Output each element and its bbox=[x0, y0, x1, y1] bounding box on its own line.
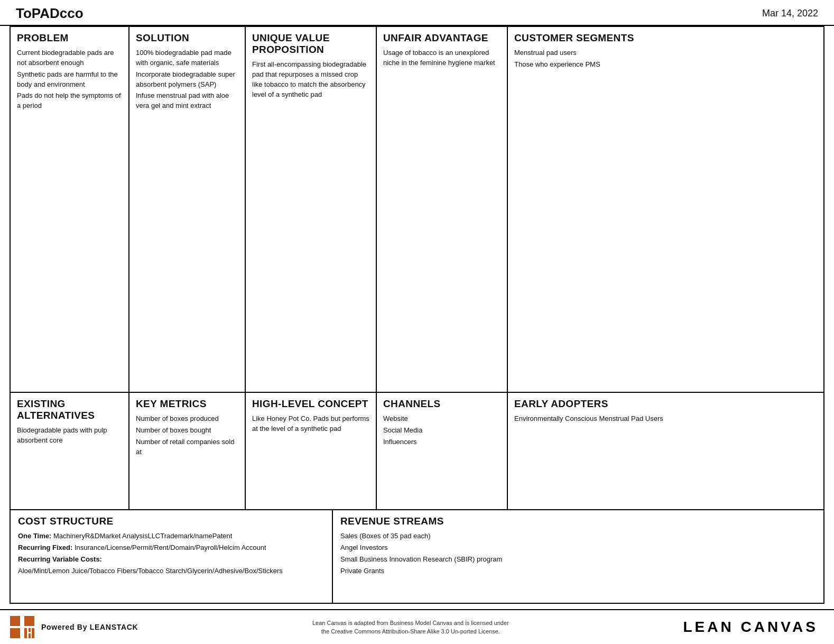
page: ToPADcco Mar 14, 2022 PROBLEM Current bi… bbox=[0, 0, 834, 644]
early-title: EARLY ADOPTERS bbox=[514, 398, 817, 410]
problem-item-3: Pads do not help the symptoms of a perio… bbox=[17, 91, 122, 111]
highlevel-text: Like Honey Pot Co. Pads but performs at … bbox=[252, 414, 369, 434]
cell-solution: SOLUTION 100% biodegradable pad made wit… bbox=[129, 27, 245, 393]
svg-rect-1 bbox=[24, 616, 34, 626]
svg-rect-4 bbox=[29, 628, 31, 632]
problem-text: Current biodegradable pads are not absor… bbox=[17, 48, 122, 111]
existing-title: EXISTING ALTERNATIVES bbox=[17, 398, 122, 421]
cell-unfair: UNFAIR ADVANTAGE Usage of tobacco is an … bbox=[377, 27, 507, 393]
svg-rect-0 bbox=[10, 616, 20, 626]
cell-existing: EXISTING ALTERNATIVES Biodegradable pads… bbox=[11, 393, 128, 509]
cost-recurring-fixed: Recurring Fixed: Insurance/License/Permi… bbox=[18, 543, 325, 553]
problem-title: PROBLEM bbox=[17, 32, 122, 44]
footer-brand: LEAN CANVAS bbox=[683, 619, 818, 636]
col-unfair: UNFAIR ADVANTAGE Usage of tobacco is an … bbox=[377, 27, 508, 509]
existing-text: Biodegradable pads with pulp absorbent c… bbox=[17, 426, 122, 446]
bottom-grid: COST STRUCTURE One Time: MachineryR&DMar… bbox=[11, 510, 823, 603]
col-solution: SOLUTION 100% biodegradable pad made wit… bbox=[129, 27, 246, 509]
cost-title: COST STRUCTURE bbox=[18, 516, 325, 527]
canvas-area: PROBLEM Current biodegradable pads are n… bbox=[10, 26, 824, 604]
footer-license-text: Lean Canvas is adapted from Business Mod… bbox=[312, 620, 509, 635]
revenue-item-2: Angel Investors bbox=[340, 543, 816, 553]
footer: Powered By LEANSTACK Lean Canvas is adap… bbox=[0, 609, 834, 644]
key-metrics-item-1: Number of boxes produced bbox=[136, 414, 238, 424]
svg-rect-3 bbox=[24, 628, 27, 638]
cell-revenue: REVENUE STREAMS Sales (Boxes of 35 pad e… bbox=[333, 510, 823, 603]
solution-title: SOLUTION bbox=[136, 32, 238, 44]
channels-item-2: Social Media bbox=[383, 426, 501, 436]
early-text: Environmentally Conscious Menstrual Pad … bbox=[514, 414, 817, 424]
footer-powered-by: Powered By LEANSTACK bbox=[41, 623, 138, 631]
cost-one-time-value: MachineryR&DMarket AnalysisLLCTrademark/… bbox=[53, 532, 232, 540]
problem-item-2: Synthetic pads are harmful to the body a… bbox=[17, 70, 122, 90]
solution-item-2: Incorporate biodegradable super absorben… bbox=[136, 70, 238, 90]
uvp-title: UNIQUE VALUE PROPOSITION bbox=[252, 32, 369, 56]
revenue-title: REVENUE STREAMS bbox=[340, 516, 816, 527]
cost-text: One Time: MachineryR&DMarket AnalysisLLC… bbox=[18, 531, 325, 576]
unfair-text: Usage of tobacco is an unexplored niche … bbox=[383, 48, 501, 68]
svg-rect-6 bbox=[32, 628, 34, 638]
cell-customer: CUSTOMER SEGMENTS Menstrual pad users Th… bbox=[508, 27, 823, 393]
cell-early: EARLY ADOPTERS Environmentally Conscious… bbox=[508, 393, 823, 509]
app-title: ToPADcco bbox=[16, 5, 84, 22]
cost-recurring-fixed-value: Insurance/License/Permit/Rent/Domain/Pay… bbox=[75, 544, 266, 551]
cell-uvp: UNIQUE VALUE PROPOSITION First all-encom… bbox=[246, 27, 376, 393]
footer-license: Lean Canvas is adapted from Business Mod… bbox=[312, 619, 509, 636]
cost-one-time: One Time: MachineryR&DMarket AnalysisLLC… bbox=[18, 531, 325, 541]
col-right: CUSTOMER SEGMENTS Menstrual pad users Th… bbox=[508, 27, 823, 509]
channels-item-3: Influencers bbox=[383, 437, 501, 447]
key-metrics-title: KEY METRICS bbox=[136, 398, 238, 410]
svg-rect-5 bbox=[29, 633, 31, 638]
key-metrics-text: Number of boxes produced Number of boxes… bbox=[136, 414, 238, 457]
early-item-1: Environmentally Conscious Menstrual Pad … bbox=[514, 414, 817, 424]
customer-item-2: Those who experience PMS bbox=[514, 60, 817, 70]
revenue-text: Sales (Boxes of 35 pad each) Angel Inves… bbox=[340, 531, 816, 576]
col-center: UNIQUE VALUE PROPOSITION First all-encom… bbox=[246, 27, 377, 509]
revenue-item-4: Private Grants bbox=[340, 566, 816, 576]
highlevel-title: HIGH-LEVEL CONCEPT bbox=[252, 398, 369, 410]
channels-text: Website Social Media Influencers bbox=[383, 414, 501, 447]
cell-channels: CHANNELS Website Social Media Influencer… bbox=[377, 393, 507, 509]
uvp-text: First all-encompassing biodegradable pad… bbox=[252, 60, 369, 99]
channels-item-1: Website bbox=[383, 414, 501, 424]
key-metrics-item-3: Number of retail companies sold at bbox=[136, 437, 238, 457]
customer-title: CUSTOMER SEGMENTS bbox=[514, 32, 817, 44]
leanstack-logo-icon bbox=[10, 615, 35, 639]
cost-recurring-variable-value: Aloe/Mint/Lemon Juice/Tobacco Fibers/Tob… bbox=[18, 566, 325, 576]
key-metrics-item-2: Number of boxes bought bbox=[136, 426, 238, 436]
cell-cost: COST STRUCTURE One Time: MachineryR&DMar… bbox=[11, 510, 333, 603]
cell-problem: PROBLEM Current biodegradable pads are n… bbox=[11, 27, 128, 393]
solution-item-3: Infuse menstrual pad with aloe vera gel … bbox=[136, 91, 238, 111]
svg-rect-2 bbox=[10, 628, 20, 638]
revenue-item-3: Small Business Innovation Research (SBIR… bbox=[340, 555, 816, 565]
cost-recurring-variable: Recurring Variable Costs: bbox=[18, 555, 325, 565]
footer-left: Powered By LEANSTACK bbox=[10, 615, 138, 639]
customer-item-1: Menstrual pad users bbox=[514, 48, 817, 58]
cell-highlevel: HIGH-LEVEL CONCEPT Like Honey Pot Co. Pa… bbox=[246, 393, 376, 509]
cell-key-metrics: KEY METRICS Number of boxes produced Num… bbox=[129, 393, 245, 509]
solution-item-1: 100% biodegradable pad made with organic… bbox=[136, 48, 238, 68]
unfair-title: UNFAIR ADVANTAGE bbox=[383, 32, 501, 44]
main-grid: PROBLEM Current biodegradable pads are n… bbox=[11, 27, 823, 510]
cost-recurring-variable-label: Recurring Variable Costs: bbox=[18, 555, 102, 563]
problem-item-1: Current biodegradable pads are not absor… bbox=[17, 48, 122, 68]
revenue-item-1: Sales (Boxes of 35 pad each) bbox=[340, 531, 816, 541]
col-left: PROBLEM Current biodegradable pads are n… bbox=[11, 27, 129, 509]
customer-text: Menstrual pad users Those who experience… bbox=[514, 48, 817, 70]
top-bar: ToPADcco Mar 14, 2022 bbox=[0, 0, 834, 26]
channels-title: CHANNELS bbox=[383, 398, 501, 410]
cost-one-time-label: One Time: bbox=[18, 532, 51, 540]
solution-text: 100% biodegradable pad made with organic… bbox=[136, 48, 238, 111]
cost-recurring-fixed-label: Recurring Fixed: bbox=[18, 544, 72, 551]
date: Mar 14, 2022 bbox=[762, 8, 818, 19]
